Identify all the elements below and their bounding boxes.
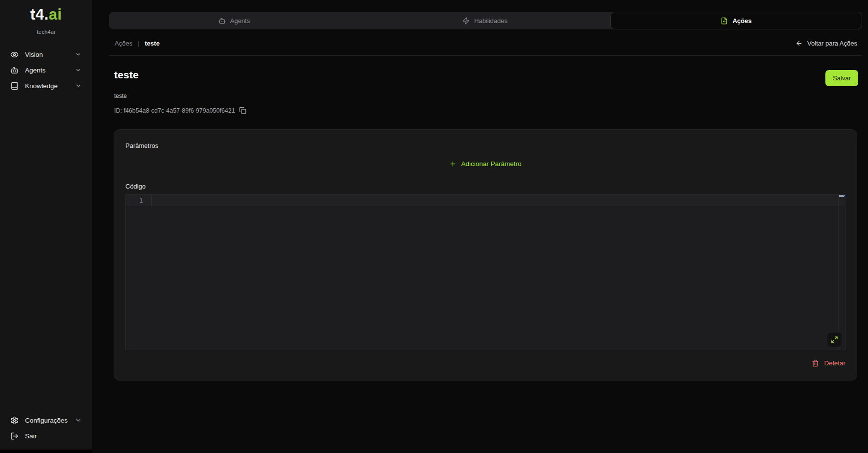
brand-logo-green: ai bbox=[48, 6, 62, 23]
sidebar: t4.ai tech4ai Vision Agents Knowledge bbox=[0, 0, 92, 450]
chevron-down-icon bbox=[75, 51, 82, 58]
back-link-label: Voltar para Ações bbox=[807, 40, 857, 47]
sidebar-item-agents[interactable]: Agents bbox=[0, 62, 92, 78]
action-id-value: ID: f46b54a8-cd7c-4a57-89f6-979a050f6421 bbox=[114, 107, 235, 114]
expand-editor-button[interactable] bbox=[827, 332, 842, 347]
breadcrumb-parent-link[interactable]: Ações bbox=[115, 40, 132, 47]
brand-logo: t4.ai bbox=[0, 6, 92, 24]
action-description: teste bbox=[114, 93, 858, 99]
sidebar-item-label: Vision bbox=[25, 51, 43, 58]
code-editor[interactable]: 1 bbox=[125, 194, 845, 350]
book-icon bbox=[10, 82, 19, 90]
bot-icon bbox=[218, 17, 226, 24]
chevron-down-icon bbox=[75, 82, 82, 89]
save-button[interactable]: Salvar bbox=[825, 70, 858, 86]
tab-label: Ações bbox=[732, 17, 751, 24]
main-content: Agents Habilidades Ações Ações | teste V… bbox=[92, 0, 868, 453]
delete-button[interactable]: Deletar bbox=[812, 359, 845, 367]
expand-icon bbox=[831, 336, 838, 343]
eye-icon bbox=[10, 50, 19, 59]
copy-icon[interactable] bbox=[239, 107, 246, 114]
editor-scrollbar[interactable] bbox=[838, 195, 845, 350]
parameters-label: Parâmetros bbox=[125, 142, 845, 149]
breadcrumb-separator: | bbox=[138, 40, 139, 47]
action-detail-card: Parâmetros Adicionar Parâmetro Código 1 bbox=[114, 129, 857, 381]
tab-acoes[interactable]: Ações bbox=[610, 12, 862, 29]
chevron-down-icon bbox=[75, 417, 82, 424]
brand-name: tech4ai bbox=[0, 29, 92, 35]
brand-logo-white: t4. bbox=[30, 6, 49, 23]
sidebar-item-label: Sair bbox=[25, 432, 37, 440]
tab-label: Habilidades bbox=[474, 17, 507, 24]
editor-overview-cursor-marker bbox=[844, 195, 845, 196]
page-title: teste bbox=[114, 69, 139, 81]
zap-icon bbox=[462, 17, 470, 24]
sidebar-item-label: Knowledge bbox=[25, 82, 58, 90]
add-parameter-row: Adicionar Parâmetro bbox=[125, 160, 845, 167]
delete-row: Deletar bbox=[125, 359, 845, 367]
arrow-left-icon bbox=[796, 40, 803, 47]
sidebar-item-knowledge[interactable]: Knowledge bbox=[0, 78, 92, 94]
breadcrumb: Ações | teste bbox=[115, 40, 160, 47]
back-to-actions-link[interactable]: Voltar para Ações bbox=[796, 40, 857, 47]
editor-code-area[interactable] bbox=[152, 195, 845, 206]
editor-current-line: 1 bbox=[126, 195, 845, 206]
action-id-row: ID: f46b54a8-cd7c-4a57-89f6-979a050f6421 bbox=[114, 107, 858, 114]
sidebar-footer-nav: Configurações Sair bbox=[0, 412, 92, 444]
page-header-row: Ações | teste Voltar para Ações bbox=[109, 33, 862, 56]
add-parameter-button[interactable]: Adicionar Parâmetro bbox=[449, 160, 521, 167]
bot-icon bbox=[10, 66, 19, 74]
delete-label: Deletar bbox=[824, 359, 845, 367]
code-label: Código bbox=[125, 183, 845, 190]
sidebar-item-label: Agents bbox=[25, 67, 46, 74]
action-title-block: teste Salvar teste ID: f46b54a8-cd7c-4a5… bbox=[92, 56, 868, 114]
sidebar-item-logout[interactable]: Sair bbox=[0, 428, 92, 444]
plus-icon bbox=[449, 160, 457, 167]
editor-line-number: 1 bbox=[126, 195, 152, 206]
add-parameter-label: Adicionar Parâmetro bbox=[461, 160, 521, 167]
trash-icon bbox=[812, 359, 819, 367]
sidebar-item-vision[interactable]: Vision bbox=[0, 47, 92, 62]
tab-label: Agents bbox=[230, 17, 250, 24]
tab-agents[interactable]: Agents bbox=[109, 12, 360, 29]
tab-habilidades[interactable]: Habilidades bbox=[360, 12, 610, 29]
gear-icon bbox=[10, 416, 19, 425]
tab-bar: Agents Habilidades Ações bbox=[109, 12, 862, 29]
sidebar-spacer bbox=[0, 94, 92, 401]
sidebar-nav: Vision Agents Knowledge bbox=[0, 47, 92, 94]
breadcrumb-current: teste bbox=[145, 40, 160, 47]
file-code-icon bbox=[721, 17, 728, 24]
sidebar-item-label: Configurações bbox=[25, 417, 68, 424]
sidebar-item-settings[interactable]: Configurações bbox=[0, 412, 92, 428]
logout-icon bbox=[10, 432, 19, 440]
chevron-down-icon bbox=[75, 67, 82, 73]
